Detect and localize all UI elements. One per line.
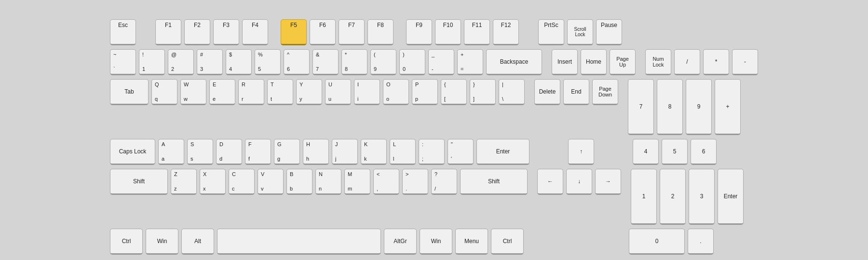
key-num-dot[interactable]: . bbox=[688, 229, 714, 255]
key-u[interactable]: U u bbox=[325, 79, 351, 105]
key-ctrl-right[interactable]: Ctrl bbox=[491, 229, 524, 255]
key-a[interactable]: A a bbox=[158, 139, 184, 165]
key-alt[interactable]: Alt bbox=[181, 229, 214, 255]
key-3[interactable]: # 3 bbox=[197, 49, 223, 75]
key-num-0[interactable]: 0 bbox=[629, 229, 685, 255]
key-backslash[interactable]: | \ bbox=[499, 79, 525, 105]
key-9[interactable]: ( 9 bbox=[370, 49, 396, 75]
key-f9[interactable]: F9 bbox=[406, 19, 432, 45]
key-e[interactable]: E e bbox=[209, 79, 235, 105]
key-slash[interactable]: ? / bbox=[431, 169, 457, 195]
key-menu[interactable]: Menu bbox=[455, 229, 488, 255]
key-num-slash[interactable]: / bbox=[674, 49, 700, 75]
key-n[interactable]: N n bbox=[315, 169, 341, 195]
key-w[interactable]: W w bbox=[180, 79, 206, 105]
key-altgr[interactable]: AltGr bbox=[384, 229, 417, 255]
key-tilde[interactable]: ~ ` bbox=[110, 49, 136, 75]
key-z[interactable]: Z z bbox=[171, 169, 197, 195]
key-num-4[interactable]: 4 bbox=[633, 139, 659, 165]
key-minus[interactable]: _ - bbox=[428, 49, 454, 75]
key-g[interactable]: G g bbox=[274, 139, 300, 165]
key-f5[interactable]: F5 bbox=[281, 19, 307, 45]
key-quote[interactable]: " ' bbox=[448, 139, 474, 165]
key-t[interactable]: T t bbox=[267, 79, 293, 105]
key-pageup[interactable]: Page Up bbox=[610, 49, 636, 75]
key-num-9[interactable]: 9 bbox=[686, 79, 712, 135]
key-c[interactable]: C c bbox=[229, 169, 255, 195]
key-num-6[interactable]: 6 bbox=[691, 139, 717, 165]
key-shift-left[interactable]: Shift bbox=[110, 169, 168, 195]
key-5[interactable]: % 5 bbox=[255, 49, 281, 75]
key-d[interactable]: D d bbox=[216, 139, 242, 165]
key-numlock[interactable]: Num Lock bbox=[645, 49, 671, 75]
key-num-2[interactable]: 2 bbox=[660, 169, 686, 225]
key-f12[interactable]: F12 bbox=[493, 19, 519, 45]
key-scrolllock[interactable]: Scroll Lock bbox=[567, 19, 593, 45]
key-1[interactable]: ! 1 bbox=[139, 49, 165, 75]
key-i[interactable]: I i bbox=[354, 79, 380, 105]
key-lbracket[interactable]: { [ bbox=[441, 79, 467, 105]
key-period[interactable]: > . bbox=[402, 169, 428, 195]
key-num-1[interactable]: 1 bbox=[631, 169, 657, 225]
key-r[interactable]: R r bbox=[238, 79, 264, 105]
key-o[interactable]: O o bbox=[383, 79, 409, 105]
key-v[interactable]: V v bbox=[258, 169, 284, 195]
key-0[interactable]: ) 0 bbox=[399, 49, 425, 75]
key-down[interactable]: ↓ bbox=[566, 169, 592, 195]
key-rbracket[interactable]: } ] bbox=[470, 79, 496, 105]
key-capslock[interactable]: Caps Lock bbox=[110, 139, 155, 165]
key-ctrl-left[interactable]: Ctrl bbox=[110, 229, 143, 255]
key-f8[interactable]: F8 bbox=[367, 19, 393, 45]
key-home[interactable]: Home bbox=[581, 49, 607, 75]
key-f3[interactable]: F3 bbox=[213, 19, 239, 45]
key-num-minus[interactable]: - bbox=[732, 49, 758, 75]
key-num-8[interactable]: 8 bbox=[657, 79, 683, 135]
key-num-7[interactable]: 7 bbox=[628, 79, 654, 135]
key-f[interactable]: F f bbox=[245, 139, 271, 165]
key-pause[interactable]: Pause bbox=[596, 19, 622, 45]
key-s[interactable]: S s bbox=[187, 139, 213, 165]
key-f2[interactable]: F2 bbox=[184, 19, 210, 45]
key-f7[interactable]: F7 bbox=[339, 19, 365, 45]
key-semicolon[interactable]: : ; bbox=[419, 139, 445, 165]
key-f10[interactable]: F10 bbox=[435, 19, 461, 45]
key-x[interactable]: X x bbox=[200, 169, 226, 195]
key-k[interactable]: K k bbox=[361, 139, 387, 165]
key-equals[interactable]: + = bbox=[457, 49, 483, 75]
key-num-5[interactable]: 5 bbox=[662, 139, 688, 165]
key-f1[interactable]: F1 bbox=[155, 19, 181, 45]
key-8[interactable]: * 8 bbox=[341, 49, 367, 75]
key-2[interactable]: @ 2 bbox=[168, 49, 194, 75]
key-f6[interactable]: F6 bbox=[310, 19, 336, 45]
key-pagedown[interactable]: Page Down bbox=[592, 79, 618, 105]
key-win-right[interactable]: Win bbox=[420, 229, 452, 255]
key-end[interactable]: End bbox=[563, 79, 589, 105]
key-enter[interactable]: Enter bbox=[476, 139, 529, 165]
key-num-plus[interactable]: + bbox=[715, 79, 741, 135]
key-j[interactable]: J j bbox=[332, 139, 358, 165]
key-num-enter[interactable]: Enter bbox=[718, 169, 744, 225]
key-backspace[interactable]: Backspace bbox=[486, 49, 542, 75]
key-tab[interactable]: Tab bbox=[110, 79, 149, 105]
key-space[interactable] bbox=[217, 229, 381, 255]
key-right[interactable]: → bbox=[595, 169, 621, 195]
key-prtsc[interactable]: PrtSc bbox=[538, 19, 564, 45]
key-insert[interactable]: Insert bbox=[552, 49, 578, 75]
key-6[interactable]: ^ 6 bbox=[284, 49, 310, 75]
key-win-left[interactable]: Win bbox=[146, 229, 178, 255]
key-num-3[interactable]: 3 bbox=[689, 169, 715, 225]
key-b[interactable]: B b bbox=[286, 169, 312, 195]
key-comma[interactable]: < , bbox=[373, 169, 399, 195]
key-f11[interactable]: F11 bbox=[464, 19, 490, 45]
key-m[interactable]: M m bbox=[344, 169, 370, 195]
key-7[interactable]: & 7 bbox=[312, 49, 339, 75]
key-l[interactable]: L l bbox=[390, 139, 416, 165]
key-num-asterisk[interactable]: * bbox=[703, 49, 729, 75]
key-f4[interactable]: F4 bbox=[242, 19, 268, 45]
key-h[interactable]: H h bbox=[303, 139, 329, 165]
key-left[interactable]: ← bbox=[537, 169, 563, 195]
key-q[interactable]: Q q bbox=[151, 79, 177, 105]
key-4[interactable]: $ 4 bbox=[226, 49, 252, 75]
key-up[interactable]: ↑ bbox=[568, 139, 594, 165]
key-esc[interactable]: Esc bbox=[110, 19, 136, 45]
